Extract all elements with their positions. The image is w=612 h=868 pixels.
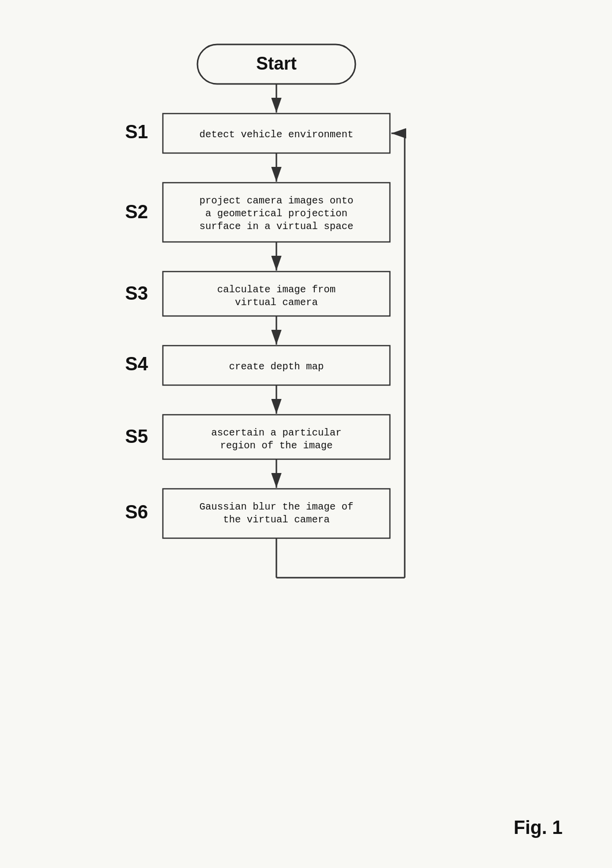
s2-label: S2	[125, 201, 148, 222]
s5-text-line1: ascertain a particular	[211, 427, 342, 438]
s6-text-line2: the virtual camera	[223, 514, 330, 525]
page: Start detect vehicle environment S1 proj…	[0, 0, 612, 868]
s6-label: S6	[125, 502, 148, 522]
s1-text: detect vehicle environment	[199, 129, 353, 140]
s3-text-line2: virtual camera	[235, 297, 318, 308]
s2-text-line3: surface in a virtual space	[199, 221, 353, 232]
flowchart-diagram: Start detect vehicle environment S1 proj…	[49, 25, 543, 815]
figure-label: Fig. 1	[514, 817, 563, 838]
s3-label: S3	[125, 283, 148, 304]
s2-text-line2: a geometrical projection	[205, 208, 347, 219]
s5-label: S5	[125, 426, 148, 447]
s5-text-line2: region of the image	[220, 440, 333, 451]
s4-text: create depth map	[229, 361, 324, 372]
svg-rect-13	[163, 489, 390, 538]
s4-label: S4	[125, 354, 148, 374]
s6-text-line1: Gaussian blur the image of	[199, 501, 353, 513]
s3-text-line1: calculate image from	[217, 284, 336, 295]
s1-label: S1	[125, 121, 148, 142]
start-label: Start	[256, 53, 297, 74]
s2-text-line1: project camera images onto	[199, 195, 353, 206]
